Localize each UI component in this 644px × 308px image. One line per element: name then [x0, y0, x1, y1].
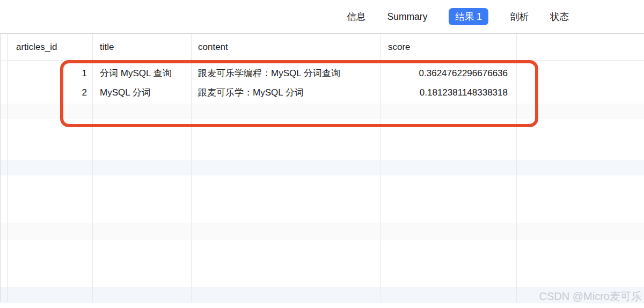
table-row[interactable]: 1 分词 MySQL 查询 跟麦可乐学编程：MySQL 分词查询 0.36247…: [0, 64, 644, 83]
result-grid: articles_id title content score 1 分词 MyS…: [0, 33, 644, 303]
column-header-content[interactable]: content: [191, 34, 380, 60]
header-separator: [0, 60, 644, 61]
cell-content[interactable]: 跟麦可乐学：MySQL 分词: [191, 83, 380, 102]
cell-title[interactable]: MySQL 分词: [92, 83, 191, 102]
cell-score[interactable]: 0.3624762296676636: [380, 64, 516, 83]
query-result-panel: 信息 Summary 结果 1 剖析 状态 articles_id title …: [0, 0, 644, 308]
cell-content[interactable]: 跟麦可乐学编程：MySQL 分词查询: [191, 64, 380, 83]
column-header-title[interactable]: title: [92, 34, 191, 60]
cell-title[interactable]: 分词 MySQL 查询: [92, 64, 191, 83]
tab-result-1[interactable]: 结果 1: [449, 8, 488, 25]
row-stripe: [0, 160, 644, 175]
tab-info[interactable]: 信息: [347, 8, 366, 25]
tab-profile[interactable]: 剖析: [510, 8, 529, 25]
cell-articles-id[interactable]: 2: [8, 83, 92, 102]
cell-score[interactable]: 0.1812381148338318: [380, 83, 516, 102]
result-tab-bar: 信息 Summary 结果 1 剖析 状态: [0, 0, 644, 33]
row-stripe: [0, 223, 644, 240]
tab-status[interactable]: 状态: [550, 8, 569, 25]
cell-articles-id[interactable]: 1: [8, 64, 92, 83]
column-header-articles-id[interactable]: articles_id: [8, 34, 92, 60]
table-row[interactable]: 2 MySQL 分词 跟麦可乐学：MySQL 分词 0.181238114833…: [0, 83, 644, 102]
column-header-score[interactable]: score: [380, 34, 516, 60]
tab-summary[interactable]: Summary: [387, 8, 428, 25]
watermark: CSDN @Micro麦可乐: [539, 289, 642, 303]
row-stripe: [0, 104, 644, 119]
